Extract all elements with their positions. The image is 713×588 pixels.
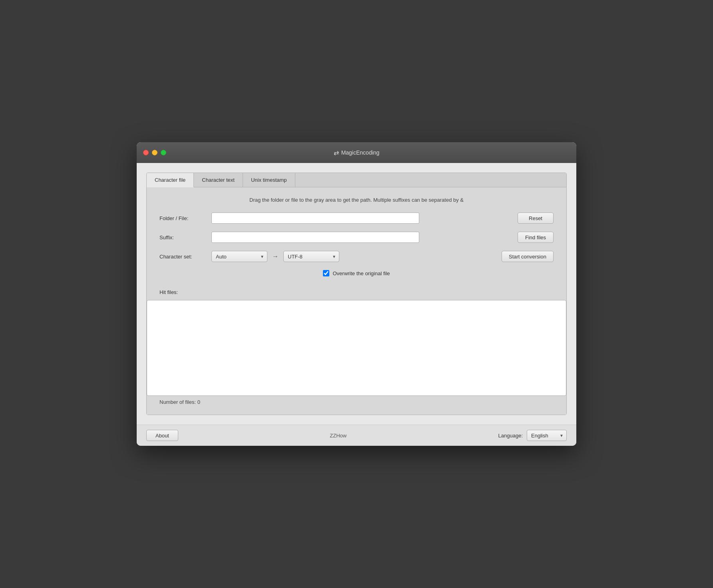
- traffic-lights: [143, 150, 166, 155]
- tabs-container: Character file Character text Unix times…: [146, 173, 567, 415]
- start-conversion-button[interactable]: Start conversion: [502, 251, 554, 262]
- target-charset-wrapper: UTF-8 UTF-16 GBK GB2312 BIG5 Shift-JIS I…: [283, 251, 339, 262]
- tab-character-text[interactable]: Character text: [194, 173, 243, 187]
- folder-file-label: Folder / File:: [159, 215, 211, 221]
- drag-hint: Drag the folder or file to the gray area…: [159, 197, 554, 203]
- folder-file-row: Folder / File: Reset: [159, 213, 554, 224]
- window-content: Character file Character text Unix times…: [137, 163, 576, 425]
- footer-language: Language: English 中文 ▼: [498, 430, 567, 441]
- character-set-label: Character set:: [159, 254, 211, 260]
- hit-files-label: Hit files:: [159, 286, 554, 300]
- suffix-input[interactable]: [211, 232, 419, 243]
- overwrite-row: Overwrite the original file: [159, 270, 554, 276]
- tabs-header: Character file Character text Unix times…: [147, 173, 566, 187]
- language-select[interactable]: English 中文: [527, 430, 567, 441]
- minimize-button[interactable]: [152, 150, 157, 155]
- main-window: ⇄ MagicEncoding Character file Character…: [137, 142, 576, 446]
- tab-unix-timestamp[interactable]: Unix timestamp: [243, 173, 295, 187]
- reset-button[interactable]: Reset: [518, 213, 554, 224]
- find-files-button[interactable]: Find files: [518, 232, 554, 243]
- character-set-controls: Auto UTF-8 UTF-16 GBK GB2312 BIG5 Shift-…: [211, 251, 339, 262]
- target-charset-select[interactable]: UTF-8 UTF-16 GBK GB2312 BIG5 Shift-JIS I…: [283, 251, 339, 262]
- app-title: MagicEncoding: [341, 149, 380, 156]
- source-charset-wrapper: Auto UTF-8 UTF-16 GBK GB2312 BIG5 Shift-…: [211, 251, 267, 262]
- brand-label: ZZHow: [178, 433, 498, 439]
- tab-content-character-file: Drag the folder or file to the gray area…: [147, 187, 566, 415]
- overwrite-label: Overwrite the original file: [333, 270, 390, 276]
- about-button[interactable]: About: [146, 430, 178, 441]
- overwrite-checkbox[interactable]: [323, 270, 329, 276]
- language-select-wrapper: English 中文 ▼: [527, 430, 567, 441]
- hit-files-area: [147, 300, 566, 396]
- app-icon: ⇄: [334, 149, 339, 157]
- window-title: ⇄ MagicEncoding: [334, 149, 380, 157]
- language-label: Language:: [498, 433, 523, 439]
- footer: About ZZHow Language: English 中文 ▼: [137, 425, 576, 446]
- folder-file-input[interactable]: [211, 213, 419, 224]
- suffix-label: Suffix:: [159, 234, 211, 240]
- character-set-row: Character set: Auto UTF-8 UTF-16 GBK GB2…: [159, 251, 554, 262]
- arrow-separator: →: [272, 253, 279, 260]
- maximize-button[interactable]: [161, 150, 166, 155]
- titlebar: ⇄ MagicEncoding: [137, 142, 576, 163]
- number-of-files: Number of files: 0: [159, 396, 554, 405]
- close-button[interactable]: [143, 150, 149, 155]
- tab-character-file[interactable]: Character file: [147, 173, 194, 187]
- suffix-row: Suffix: Find files: [159, 232, 554, 243]
- source-charset-select[interactable]: Auto UTF-8 UTF-16 GBK GB2312 BIG5 Shift-…: [211, 251, 267, 262]
